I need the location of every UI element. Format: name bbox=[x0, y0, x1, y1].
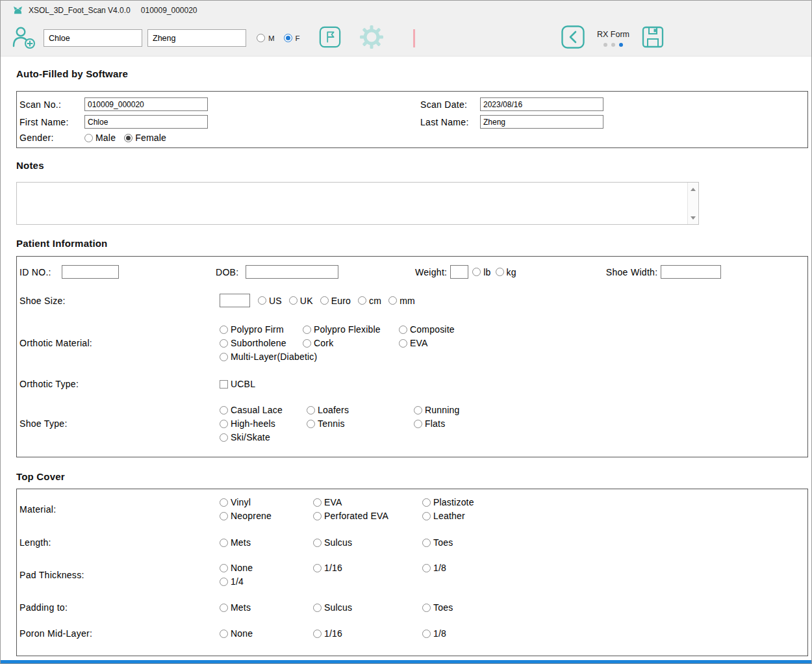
radio-uk[interactable]: UK bbox=[289, 296, 313, 306]
option-label: 1/8 bbox=[433, 563, 446, 573]
first-name-field[interactable] bbox=[84, 115, 208, 129]
radio-glyph bbox=[220, 604, 228, 612]
option-label: Male bbox=[95, 133, 116, 143]
orthotic-material-options: Polypro FirmPolypro FlexibleCompositeSub… bbox=[220, 324, 455, 362]
pad-thickness-options: None1/161/81/4 bbox=[220, 563, 446, 587]
page-dot[interactable] bbox=[611, 43, 615, 47]
option-label: kg bbox=[507, 267, 516, 277]
dob-input[interactable] bbox=[246, 265, 338, 279]
radio-none[interactable]: None bbox=[220, 628, 313, 639]
radio-running[interactable]: Running bbox=[414, 405, 460, 415]
radio-1-8[interactable]: 1/8 bbox=[422, 628, 446, 639]
radio-1-4[interactable]: 1/4 bbox=[220, 576, 313, 587]
radio-loafers[interactable]: Loafers bbox=[307, 405, 414, 415]
last-name-input[interactable] bbox=[147, 29, 246, 47]
weight-label: Weight: bbox=[415, 267, 447, 277]
page-dot-active[interactable] bbox=[619, 43, 623, 47]
radio-eva[interactable]: EVA bbox=[399, 338, 455, 348]
radio-vinyl[interactable]: Vinyl bbox=[220, 497, 313, 507]
page-dot[interactable] bbox=[603, 43, 607, 47]
radio-leather[interactable]: Leather bbox=[422, 511, 474, 521]
radio-none[interactable]: None bbox=[220, 563, 313, 573]
add-patient-button[interactable] bbox=[11, 25, 36, 51]
radio-glyph bbox=[303, 326, 311, 334]
gender-radio-m[interactable]: M bbox=[257, 34, 275, 42]
weight-input[interactable] bbox=[450, 265, 468, 279]
option-label: 1/4 bbox=[231, 576, 244, 587]
radio-toes[interactable]: Toes bbox=[422, 602, 453, 613]
radio-toes[interactable]: Toes bbox=[422, 537, 453, 548]
settings-button[interactable] bbox=[359, 24, 385, 52]
radio-glyph bbox=[313, 512, 322, 520]
scan-date-input[interactable] bbox=[480, 97, 603, 111]
radio-high-heels[interactable]: High-heels bbox=[220, 418, 307, 429]
option-label: Subortholene bbox=[231, 338, 286, 348]
tag-button[interactable] bbox=[318, 25, 342, 51]
radio-mm[interactable]: mm bbox=[388, 296, 415, 306]
radio-female[interactable]: Female bbox=[124, 133, 166, 143]
save-button[interactable] bbox=[641, 25, 665, 51]
app-window: XSOL_3D_Foot_Scan V4.0.0 010009_000020 M… bbox=[0, 0, 812, 664]
shoe-size-unit-options: USUKEurocmmm bbox=[258, 296, 415, 306]
first-name-input[interactable] bbox=[44, 29, 142, 47]
patient-info-box: ID NO.: DOB: Weight: lbkg Shoe Width: Sh… bbox=[16, 256, 808, 457]
scroll-up-button[interactable] bbox=[689, 185, 698, 194]
radio-mets[interactable]: Mets bbox=[220, 602, 313, 613]
radio-cork[interactable]: Cork bbox=[303, 338, 399, 348]
scan-no-label: Scan No.: bbox=[19, 99, 84, 110]
radio-euro[interactable]: Euro bbox=[320, 296, 351, 306]
radio-glyph bbox=[257, 34, 265, 42]
scroll-down-button[interactable] bbox=[689, 213, 698, 222]
last-name-field[interactable] bbox=[480, 115, 603, 129]
radio-eva[interactable]: EVA bbox=[313, 497, 422, 507]
radio-male[interactable]: Male bbox=[84, 133, 116, 143]
option-label: Mets bbox=[231, 602, 251, 613]
radio-us[interactable]: US bbox=[258, 296, 282, 306]
radio-sulcus[interactable]: Sulcus bbox=[313, 537, 422, 548]
material-options: VinylEVAPlastizoteNeoprenePerforated EVA… bbox=[220, 497, 474, 521]
gender-radio-f[interactable]: F bbox=[284, 34, 300, 42]
radio-tennis[interactable]: Tennis bbox=[307, 418, 414, 429]
radio-lb[interactable]: lb bbox=[472, 267, 490, 277]
notes-scrollbar[interactable] bbox=[687, 183, 698, 224]
top-cover-section-title: Top Cover bbox=[16, 471, 808, 482]
scan-no-input[interactable] bbox=[84, 97, 208, 111]
radio-1-16[interactable]: 1/16 bbox=[313, 563, 422, 573]
option-label: Neoprene bbox=[231, 511, 272, 521]
radio-casual-lace[interactable]: Casual Lace bbox=[220, 405, 307, 415]
radio-cm[interactable]: cm bbox=[358, 296, 381, 306]
material-label: Material: bbox=[19, 504, 220, 515]
notes-textarea[interactable] bbox=[17, 183, 687, 224]
radio-1-16[interactable]: 1/16 bbox=[313, 628, 422, 639]
radio-polypro-firm[interactable]: Polypro Firm bbox=[220, 324, 303, 335]
radio-flats[interactable]: Flats bbox=[414, 418, 460, 429]
radio-subortholene[interactable]: Subortholene bbox=[220, 338, 303, 348]
radio-composite[interactable]: Composite bbox=[399, 324, 455, 335]
gender-label: Gender: bbox=[19, 133, 84, 143]
radio-kg[interactable]: kg bbox=[496, 267, 516, 277]
radio-neoprene[interactable]: Neoprene bbox=[220, 511, 313, 521]
back-button[interactable] bbox=[561, 25, 585, 51]
option-label: Cork bbox=[314, 338, 333, 348]
radio-sulcus[interactable]: Sulcus bbox=[313, 602, 422, 613]
shoe-size-input[interactable] bbox=[220, 294, 250, 307]
radio-perforated-eva[interactable]: Perforated EVA bbox=[313, 511, 422, 521]
gender-options: MaleFemale bbox=[84, 133, 807, 143]
radio-glyph bbox=[422, 564, 431, 572]
option-label: None bbox=[231, 563, 253, 573]
shoe-width-input[interactable] bbox=[661, 265, 721, 279]
radio-ski-skate[interactable]: Ski/Skate bbox=[220, 432, 307, 442]
radio-multi-layer-diabetic[interactable]: Multi-Layer(Diabetic) bbox=[220, 351, 303, 362]
checkbox-glyph bbox=[220, 380, 228, 389]
id-no-input[interactable] bbox=[62, 265, 119, 279]
radio-polypro-flexible[interactable]: Polypro Flexible bbox=[303, 324, 399, 335]
option-label: Polypro Firm bbox=[231, 324, 284, 335]
radio-glyph bbox=[220, 512, 228, 520]
radio-mets[interactable]: Mets bbox=[220, 537, 313, 548]
option-label: 1/16 bbox=[324, 563, 342, 573]
radio-glyph bbox=[313, 604, 322, 612]
radio-glyph bbox=[422, 604, 431, 612]
radio-plastizote[interactable]: Plastizote bbox=[422, 497, 474, 507]
checkbox-ucbl[interactable]: UCBL bbox=[220, 379, 313, 389]
radio-1-8[interactable]: 1/8 bbox=[422, 563, 446, 573]
